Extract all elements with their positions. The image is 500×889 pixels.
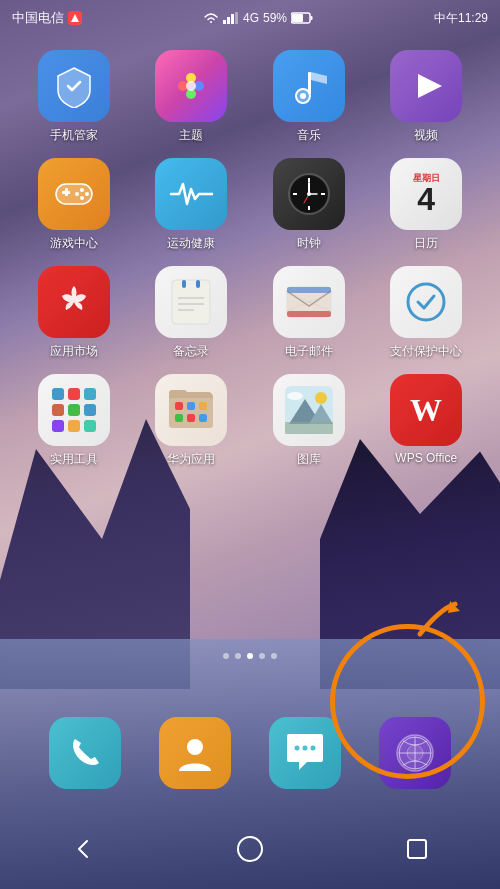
svg-rect-58 [187,402,195,410]
dock-dialer[interactable] [49,717,121,789]
dock-browser[interactable] [379,717,451,789]
app-payment[interactable]: 支付保护中心 [373,266,481,360]
nav-back-button[interactable] [58,824,108,874]
app-grid: 手机管家 主题 音乐 [0,40,500,478]
svg-rect-47 [68,388,80,400]
svg-rect-2 [227,17,230,24]
wifi-icon [203,12,219,24]
time-label: 中午11:29 [434,10,488,27]
app-video[interactable]: 视频 [373,50,481,144]
appmarket-icon [38,266,110,338]
dock-messages[interactable] [269,717,341,789]
svg-point-81 [238,837,262,861]
svg-rect-50 [68,404,80,416]
svg-rect-59 [199,402,207,410]
svg-rect-42 [287,311,331,317]
phone-manager-icon [38,50,110,122]
app-gallery[interactable]: 图库 [255,374,363,468]
svg-rect-36 [196,280,200,288]
status-bar: 中国电信 4G 59% 中午11:29 [0,0,500,36]
app-wps[interactable]: W WPS Office [373,374,481,468]
app-theme[interactable]: 主题 [138,50,246,144]
game-icon [38,158,110,230]
dock [0,717,500,789]
carrier-label: 中国电信 [12,9,64,27]
app-tools[interactable]: 实用工具 [20,374,128,468]
calendar-day: 4 [417,183,435,215]
page-dots [0,653,500,659]
svg-rect-69 [285,422,333,434]
svg-rect-3 [231,14,234,24]
wps-label: WPS Office [395,451,457,465]
dot-3 [247,653,253,659]
email-icon [273,266,345,338]
payment-icon [390,266,462,338]
svg-rect-6 [292,14,303,22]
notes-icon [155,266,227,338]
game-label: 游戏中心 [50,235,98,252]
svg-point-22 [75,192,79,196]
app-phone-manager[interactable]: 手机管家 [20,50,128,144]
svg-rect-51 [84,404,96,416]
theme-label: 主题 [179,127,203,144]
app-email[interactable]: 电子邮件 [255,266,363,360]
gallery-icon [273,374,345,446]
calendar-label: 日历 [414,235,438,252]
svg-point-68 [287,392,303,400]
dock-contacts[interactable] [159,717,231,789]
svg-marker-16 [418,74,442,98]
calendar-icon: 星期日 4 [390,158,462,230]
app-health[interactable]: 运动健康 [138,158,246,252]
app-clock[interactable]: 时钟 [255,158,363,252]
huawei-apps-icon [155,374,227,446]
status-left: 中国电信 [12,9,82,27]
svg-marker-0 [71,14,79,22]
app-huawei-apps[interactable]: 华为应用 [138,374,246,468]
signal-label: 4G [243,11,259,25]
svg-rect-62 [199,414,207,422]
svg-text:W: W [410,392,442,428]
clock-icon [273,158,345,230]
status-right: 中午11:29 [434,10,488,27]
payment-label: 支付保护中心 [390,343,462,360]
wps-icon: W [390,374,462,446]
nav-bar [0,809,500,889]
dot-1 [223,653,229,659]
music-label: 音乐 [297,127,321,144]
svg-rect-54 [84,420,96,432]
huawei-apps-label: 华为应用 [167,451,215,468]
svg-rect-34 [172,280,210,324]
contacts-icon [159,717,231,789]
svg-point-14 [300,93,306,99]
health-icon [155,158,227,230]
theme-icon [155,50,227,122]
clock-label: 时钟 [297,235,321,252]
app-notes[interactable]: 备忘录 [138,266,246,360]
svg-rect-15 [308,72,311,94]
svg-rect-82 [408,840,426,858]
nav-recent-button[interactable] [392,824,442,874]
svg-rect-46 [52,388,64,400]
svg-point-45 [408,284,444,320]
battery-percent: 59% [263,11,287,25]
app-game[interactable]: 游戏中心 [20,158,128,252]
svg-rect-1 [223,20,226,24]
svg-point-20 [80,188,84,192]
messages-icon [269,717,341,789]
tools-label: 实用工具 [50,451,98,468]
svg-rect-52 [52,420,64,432]
signal-icon [223,12,239,24]
dialer-icon [49,717,121,789]
email-label: 电子邮件 [285,343,333,360]
app-music[interactable]: 音乐 [255,50,363,144]
music-icon [273,50,345,122]
svg-rect-19 [65,188,68,196]
tools-icon [38,374,110,446]
svg-rect-48 [84,388,96,400]
app-calendar[interactable]: 星期日 4 日历 [373,158,481,252]
notes-label: 备忘录 [173,343,209,360]
app-appmarket[interactable]: 应用市场 [20,266,128,360]
appmarket-label: 应用市场 [50,343,98,360]
svg-point-12 [186,81,196,91]
nav-home-button[interactable] [225,824,275,874]
